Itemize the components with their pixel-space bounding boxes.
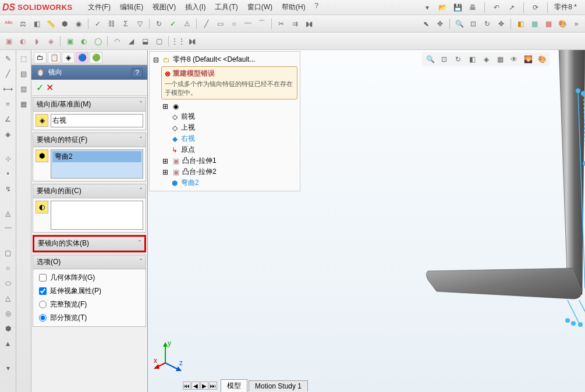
chain-icon[interactable]: ⛓: [105, 17, 118, 30]
loft-icon[interactable]: ◈: [44, 35, 57, 48]
tree-origin[interactable]: ↳ 原点: [152, 144, 297, 155]
viewport[interactable]: 🔍 ⊡ ↻ ◧ ◈ ▦ 👁 🌄 🎨 ⊟ 🗀 零件8 (Default< <Def…: [148, 50, 585, 392]
cursor-icon[interactable]: ⬉: [420, 17, 432, 30]
angle-icon[interactable]: ∠: [2, 113, 15, 126]
reload-icon[interactable]: ↻: [153, 17, 165, 30]
tab-display[interactable]: 🟢: [90, 52, 102, 63]
view-cube-icon[interactable]: ◧: [514, 17, 527, 30]
circle-icon[interactable]: ○: [228, 17, 240, 30]
lt2-icon[interactable]: ⬚: [17, 52, 30, 65]
measure-icon[interactable]: 📏: [44, 17, 57, 30]
dim-icon[interactable]: ✓: [91, 17, 104, 30]
fillet-icon[interactable]: ⌒: [256, 17, 268, 30]
tab-feature-tree[interactable]: 🗀: [34, 52, 47, 63]
menu-tools[interactable]: 工具(T): [211, 1, 241, 14]
tree-extrude1[interactable]: ⊞ ▣ 凸台-拉伸1: [152, 155, 297, 166]
check-icon[interactable]: ✓: [166, 17, 179, 30]
tab-prev-icon[interactable]: ◀: [192, 382, 200, 390]
line-tool-icon[interactable]: ╱: [2, 67, 15, 80]
option-partial-preview[interactable]: 部分预览(T): [39, 313, 140, 323]
radio[interactable]: [39, 301, 47, 308]
save-icon[interactable]: 💾: [452, 2, 463, 13]
curve-icon[interactable]: 〰: [2, 222, 15, 235]
mirror-icon[interactable]: ◗◖: [303, 17, 315, 30]
undo-icon[interactable]: ↶: [491, 2, 502, 13]
menu-window[interactable]: 窗口(W): [244, 1, 276, 14]
option-full-preview[interactable]: 完整预览(F): [39, 300, 140, 309]
rebuild-icon[interactable]: ⟳: [530, 2, 541, 13]
cancel-button[interactable]: ✕: [46, 82, 54, 93]
sketch-icon[interactable]: ✎: [2, 52, 15, 65]
tree-sensors[interactable]: ⊞ ◉: [152, 102, 297, 111]
line-icon[interactable]: ╱: [200, 17, 212, 30]
filter-icon[interactable]: ▽: [133, 17, 146, 30]
rect-icon[interactable]: ▭: [214, 17, 226, 30]
revolve-icon[interactable]: ◐: [16, 35, 29, 48]
coord-icon[interactable]: ↯: [2, 183, 15, 195]
checkbox[interactable]: [39, 287, 47, 295]
cylinder-icon[interactable]: ⬭: [2, 277, 15, 290]
eq-icon[interactable]: Σ: [119, 17, 132, 30]
menu-file[interactable]: 文件(F): [84, 1, 114, 14]
prism-icon[interactable]: ⬢: [2, 322, 15, 335]
rib-icon[interactable]: ⬓: [139, 35, 151, 48]
open-icon[interactable]: 📂: [437, 2, 448, 13]
offset-icon[interactable]: ⇉: [289, 17, 302, 30]
more-icon[interactable]: »: [570, 17, 583, 30]
appearance-icon[interactable]: 🎨: [556, 17, 569, 30]
tab-property[interactable]: 📋: [48, 52, 61, 63]
plus-icon[interactable]: ⊞: [161, 157, 169, 165]
axis-icon[interactable]: ⊹: [2, 152, 15, 165]
section-header[interactable]: 选项(O) ˆ: [33, 255, 146, 269]
rotate-icon[interactable]: ↻: [481, 17, 494, 30]
tab-appearance[interactable]: 🔵: [76, 52, 88, 63]
lt2-icon[interactable]: ▤: [17, 67, 30, 80]
coordinate-triad[interactable]: y x z: [154, 340, 189, 375]
sensor-icon[interactable]: ◉: [72, 17, 85, 30]
error-icon[interactable]: ⚠: [180, 17, 193, 30]
section-header[interactable]: 要镜向的特征(F) ˆ: [33, 133, 146, 147]
menu-insert[interactable]: 插入(I): [182, 1, 209, 14]
minus-icon[interactable]: ⊟: [152, 56, 160, 64]
hide-icon[interactable]: ▦: [542, 17, 555, 30]
features-list[interactable]: 弯曲2: [51, 149, 143, 179]
spline-icon[interactable]: 〰: [242, 17, 254, 30]
tab-config[interactable]: ◈: [62, 52, 75, 63]
ok-button[interactable]: ✓: [36, 82, 44, 93]
pan-icon[interactable]: ✥: [495, 17, 508, 30]
spellcheck-icon[interactable]: ᴬᴮᶜ: [2, 17, 15, 30]
cut-extrude-icon[interactable]: ▣: [63, 35, 76, 48]
plus-icon[interactable]: ⊞: [161, 102, 169, 111]
plane-icon[interactable]: ◈: [2, 128, 15, 141]
balance-icon[interactable]: ⚖: [16, 17, 29, 30]
help-icon[interactable]: ?: [311, 1, 322, 11]
option-geom-pattern[interactable]: 几何体阵列(G): [39, 273, 140, 283]
faces-list[interactable]: [51, 201, 143, 230]
tab-first-icon[interactable]: ⏮: [183, 382, 191, 390]
fillet3d-icon[interactable]: ◠: [111, 35, 123, 48]
feature-select-icon[interactable]: ⬢: [36, 149, 48, 162]
shell-icon[interactable]: ▢: [153, 35, 165, 48]
hole-icon[interactable]: ◯: [91, 35, 104, 48]
section-header[interactable]: 要镜向的实体(B) ˇ: [34, 237, 144, 251]
new-doc-icon[interactable]: ▾: [422, 2, 432, 13]
section-header[interactable]: 镜向面/基准面(M) ˆ: [33, 98, 146, 112]
face-select-icon[interactable]: ◐: [36, 201, 48, 213]
torus-icon[interactable]: ◎: [2, 307, 15, 320]
chamfer-icon[interactable]: ◢: [125, 35, 137, 48]
point-icon[interactable]: •: [2, 168, 15, 180]
dim-tool-icon[interactable]: ⟷: [2, 83, 15, 95]
extrude-icon[interactable]: ▣: [2, 35, 15, 48]
tree-right[interactable]: ◆ 右视: [152, 133, 297, 144]
tab-model[interactable]: 模型: [221, 379, 247, 392]
tree-root[interactable]: ⊟ 🗀 零件8 (Default< <Default...: [152, 54, 297, 65]
sphere-icon[interactable]: ○: [2, 262, 15, 275]
menu-view[interactable]: 视图(V): [149, 1, 179, 14]
mass-icon[interactable]: ⬢: [58, 17, 71, 30]
lt2-icon[interactable]: ▦: [17, 98, 30, 111]
surface-icon[interactable]: ◬: [2, 207, 15, 220]
tree-top[interactable]: ◇ 上视: [152, 122, 297, 133]
tab-next-icon[interactable]: ▶: [200, 382, 208, 390]
panel-help-icon[interactable]: ?: [132, 68, 143, 77]
checkbox[interactable]: [39, 274, 47, 281]
